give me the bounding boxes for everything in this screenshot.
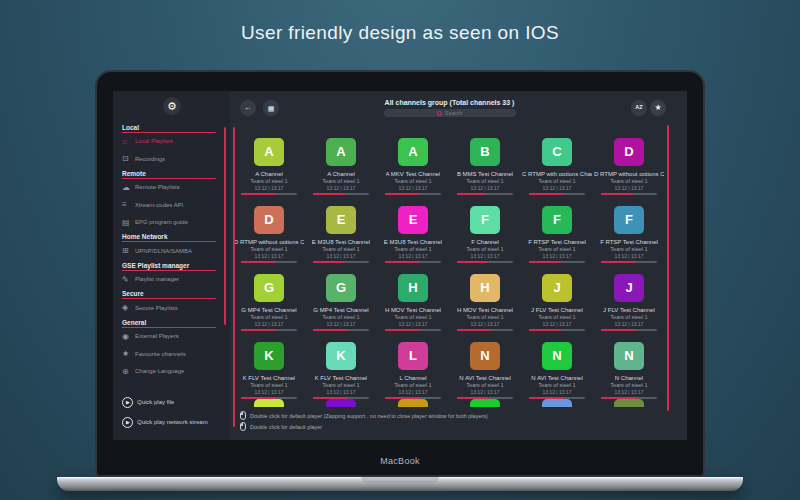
channel-cell-n-avi-test-channel[interactable]: NN AVI Test ChannelTears of steel 113:12…: [521, 331, 593, 399]
channel-cell-partial[interactable]: [305, 399, 377, 407]
channel-tile: F: [542, 206, 572, 234]
channel-cell-j-flv-test-channel[interactable]: JJ FLV Test ChannelTears of steel 113:12…: [521, 263, 593, 331]
channel-cell-partial[interactable]: [593, 399, 665, 407]
channel-cell-l-channel[interactable]: LL ChannelTears of steel 113:12 | 13:17: [377, 331, 449, 399]
channel-cell-g-mp4-test-channel[interactable]: GG MP4 Test ChannelTears of steel 113:12…: [233, 263, 305, 331]
channel-tile: A: [254, 138, 284, 166]
sidebar-item-label: Remote Playlists: [135, 184, 180, 190]
sidebar-item-upnp-dlna-samba[interactable]: ⊞UPNP/DLNA/SAMBA: [122, 242, 222, 260]
channel-name: E M3U8 Test Channel: [384, 239, 442, 245]
grid-scrollbar-right[interactable]: [667, 125, 669, 411]
channel-name: C RTMP with options Channel: [522, 171, 592, 177]
quick-action-quick-play-file[interactable]: ▶Quick play file: [122, 392, 222, 412]
channel-cell-a-mkv-test-channel[interactable]: AA MKV Test ChannelTears of steel 113:12…: [377, 127, 449, 195]
quick-action-label: Quick play network stream: [137, 419, 208, 425]
sidebar-item-epg-program-guide[interactable]: ▤EPG program guide: [122, 214, 222, 232]
channel-time: 13:12 | 13:17: [542, 389, 571, 395]
sort-az-label: AZ: [635, 105, 642, 111]
channel-tile: K: [254, 342, 284, 370]
channel-name: G MP4 Test Channel: [313, 307, 368, 313]
channel-time: 13:12 | 13:17: [254, 389, 283, 395]
channel-name: D RTMP without options Chann: [594, 171, 664, 177]
sidebar-section-header: Secure: [122, 288, 216, 299]
sidebar-nav: Local⌂Local Playlists⊡RecordingsRemote☁R…: [122, 122, 222, 381]
channel-cell-partial[interactable]: [377, 399, 449, 407]
channel-program: Tears of steel 1: [538, 382, 575, 388]
channel-cell-d-rtmp-without-options-chann[interactable]: DD RTMP without options ChannTears of st…: [233, 195, 305, 263]
sidebar-item-playlist-manager[interactable]: ✎Playlist manager: [122, 271, 222, 289]
search-input[interactable]: Search: [384, 109, 516, 117]
sidebar-item-label: Recordings: [135, 156, 165, 162]
channel-tile: H: [470, 274, 500, 302]
channel-cell-k-flv-test-channel[interactable]: KK FLV Test ChannelTears of steel 113:12…: [305, 331, 377, 399]
sidebar-item-favourite-channels[interactable]: ★Favourite channels: [122, 345, 222, 363]
sidebar-item-remote-playlists[interactable]: ☁Remote Playlists: [122, 179, 222, 197]
network-icon: ⊞: [122, 246, 135, 255]
pencil-icon: ✎: [122, 275, 135, 284]
channel-cell-h-mov-test-channel[interactable]: HH MOV Test ChannelTears of steel 113:12…: [449, 263, 521, 331]
channel-name: K FLV Test Channel: [243, 375, 296, 381]
channel-name: J FLV Test Channel: [603, 307, 655, 313]
channel-cell-h-mov-test-channel[interactable]: HH MOV Test ChannelTears of steel 113:12…: [377, 263, 449, 331]
server-icon: ≡: [122, 200, 135, 209]
sidebar-item-local-playlists[interactable]: ⌂Local Playlists: [122, 133, 222, 151]
channel-cell-e-m3u8-test-channel[interactable]: EE M3U8 Test ChannelTears of steel 113:1…: [305, 195, 377, 263]
channel-name: F Channel: [471, 239, 499, 245]
channel-tile: D: [614, 138, 644, 166]
channel-cell-a-channel[interactable]: AA ChannelTears of steel 113:12 | 13:17: [233, 127, 305, 195]
sidebar-item-change-language[interactable]: ⊕Change Language: [122, 363, 222, 381]
channel-cell-partial[interactable]: [233, 399, 305, 407]
channel-program: Tears of steel 1: [394, 246, 431, 252]
shield-icon: ◈: [122, 303, 135, 312]
settings-button[interactable]: ⚙: [122, 97, 222, 122]
channel-cell-f-rtsp-test-channel[interactable]: FF RTSP Test ChannelTears of steel 113:1…: [593, 195, 665, 263]
channel-cell-g-mp4-test-channel[interactable]: GG MP4 Test ChannelTears of steel 113:12…: [305, 263, 377, 331]
channel-tile: N: [542, 342, 572, 370]
sidebar-item-xtream-codes-api[interactable]: ≡Xtream-codes API: [122, 196, 222, 214]
macbook-bezel: ⚙ Local⌂Local Playlists⊡RecordingsRemote…: [95, 70, 705, 477]
favourites-button[interactable]: ★: [650, 100, 666, 116]
channel-cell-j-flv-test-channel[interactable]: JJ FLV Test ChannelTears of steel 113:12…: [593, 263, 665, 331]
play-circle-icon: ▶: [122, 397, 133, 408]
channel-cell-n-channel[interactable]: NN ChannelTears of steel 113:12 | 13:17: [593, 331, 665, 399]
channel-cell-k-flv-test-channel[interactable]: KK FLV Test ChannelTears of steel 113:12…: [233, 331, 305, 399]
channel-program: Tears of steel 1: [610, 382, 647, 388]
channel-time: 13:12 | 13:17: [470, 389, 499, 395]
sidebar-item-secure-playlists[interactable]: ◈Secure Playlists: [122, 299, 222, 317]
channel-time: 13:12 | 13:17: [398, 185, 427, 191]
channel-name: J FLV Test Channel: [531, 307, 583, 313]
channel-cell-n-avi-test-channel[interactable]: NN AVI Test ChannelTears of steel 113:12…: [449, 331, 521, 399]
sidebar-item-recordings[interactable]: ⊡Recordings: [122, 150, 222, 168]
channel-cell-f-channel[interactable]: FF ChannelTears of steel 113:12 | 13:17: [449, 195, 521, 263]
channel-cell-e-m3u8-test-channel[interactable]: EE M3U8 Test ChannelTears of steel 113:1…: [377, 195, 449, 263]
cloud-icon: ☁: [122, 183, 135, 192]
channel-cell-partial[interactable]: [521, 399, 593, 407]
channel-cell-a-channel[interactable]: AA ChannelTears of steel 113:12 | 13:17: [305, 127, 377, 195]
channel-grid-partial-row: [233, 399, 687, 407]
sidebar-scrollbar[interactable]: [224, 127, 226, 325]
channel-cell-c-rtmp-with-options-channel[interactable]: CC RTMP with options ChannelTears of ste…: [521, 127, 593, 195]
sidebar-item-external-players[interactable]: ◉External Players: [122, 328, 222, 346]
channel-program: Tears of steel 1: [466, 382, 503, 388]
quick-action-label: Quick play file: [137, 399, 174, 405]
channel-program: Tears of steel 1: [322, 382, 359, 388]
mouse-icon: [240, 411, 246, 420]
star-icon: ★: [122, 349, 135, 358]
grid-scrollbar-left[interactable]: [233, 127, 235, 427]
sort-az-button[interactable]: AZ: [631, 100, 647, 116]
channel-name: N Channel: [615, 375, 643, 381]
channel-cell-f-rtsp-test-channel[interactable]: FF RTSP Test ChannelTears of steel 113:1…: [521, 195, 593, 263]
sidebar-item-label: UPNP/DLNA/SAMBA: [135, 248, 192, 254]
channel-name: G MP4 Test Channel: [241, 307, 296, 313]
player-hint-text: Double click for default player: [250, 424, 322, 430]
channel-cell-d-rtmp-without-options-chann[interactable]: DD RTMP without options ChannTears of st…: [593, 127, 665, 195]
channel-cell-b-mms-test-channel[interactable]: BB MMS Test ChannelTears of steel 113:12…: [449, 127, 521, 195]
channel-program: Tears of steel 1: [610, 314, 647, 320]
channel-tile: J: [614, 274, 644, 302]
quick-action-quick-play-network-stream[interactable]: ▶Quick play network stream: [122, 412, 222, 432]
channel-cell-partial[interactable]: [449, 399, 521, 407]
channel-program: Tears of steel 1: [538, 314, 575, 320]
sidebar: ⚙ Local⌂Local Playlists⊡RecordingsRemote…: [113, 91, 230, 440]
epg-icon: ▤: [122, 218, 135, 227]
sidebar-item-label: Secure Playlists: [135, 305, 178, 311]
